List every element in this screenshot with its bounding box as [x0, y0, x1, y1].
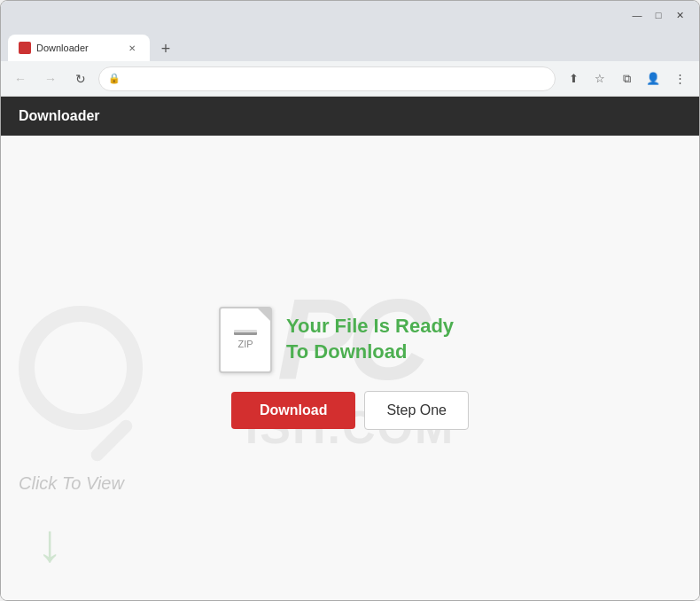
main-content: Click To View PC ISH.COM ↓ ZIP Your File… — [1, 136, 699, 600]
zip-stripe — [234, 330, 257, 335]
reload-button[interactable]: ↻ — [68, 66, 93, 91]
zip-label: ZIP — [237, 339, 253, 349]
tab-title: Downloader — [36, 43, 120, 53]
step-one-button[interactable]: Step One — [364, 391, 469, 430]
tab-bar: Downloader ✕ + — [1, 29, 699, 61]
extensions-button[interactable]: ⧉ — [614, 66, 639, 91]
content-card: ZIP Your File Is Ready To Download Downl… — [219, 307, 481, 430]
file-ready-text: Your File Is Ready To Download — [286, 314, 481, 364]
tab-favicon — [19, 42, 31, 54]
lock-icon: 🔒 — [108, 73, 121, 84]
minimize-button[interactable]: — — [628, 6, 646, 24]
browser-window: — □ ✕ Downloader ✕ + ← → ↻ 🔒 ⬆ ☆ ⧉ 👤 ⋮ D… — [0, 0, 700, 601]
address-input-wrap[interactable]: 🔒 — [98, 66, 556, 91]
watermark-arrow: ↓ — [36, 512, 63, 574]
app-header: Downloader — [1, 97, 699, 136]
profile-button[interactable]: 👤 — [641, 66, 665, 91]
app-header-title: Downloader — [19, 108, 100, 124]
share-button[interactable]: ⬆ — [561, 66, 586, 91]
new-tab-button[interactable]: + — [153, 36, 178, 61]
forward-button[interactable]: → — [38, 66, 63, 91]
close-button[interactable]: ✕ — [671, 6, 688, 24]
menu-button[interactable]: ⋮ — [667, 66, 692, 91]
bookmark-button[interactable]: ☆ — [587, 66, 612, 91]
download-button[interactable]: Download — [231, 392, 355, 429]
magnifier-handle — [89, 418, 135, 464]
back-button[interactable]: ← — [8, 66, 33, 91]
active-tab[interactable]: Downloader ✕ — [8, 35, 150, 61]
window-chrome: — □ ✕ — [1, 1, 699, 29]
click-to-view-text: Click To View — [19, 473, 124, 494]
watermark-magnifier — [19, 306, 143, 430]
button-row: Download Step One — [231, 391, 469, 430]
magnifier-circle — [19, 306, 143, 430]
tab-close-button[interactable]: ✕ — [125, 41, 139, 55]
maximize-button[interactable]: □ — [649, 6, 667, 24]
address-bar: ← → ↻ 🔒 ⬆ ☆ ⧉ 👤 ⋮ — [1, 61, 699, 97]
zip-file-icon: ZIP — [219, 307, 272, 373]
address-right-icons: ⬆ ☆ ⧉ 👤 ⋮ — [561, 66, 692, 91]
file-info-row: ZIP Your File Is Ready To Download — [219, 307, 481, 373]
